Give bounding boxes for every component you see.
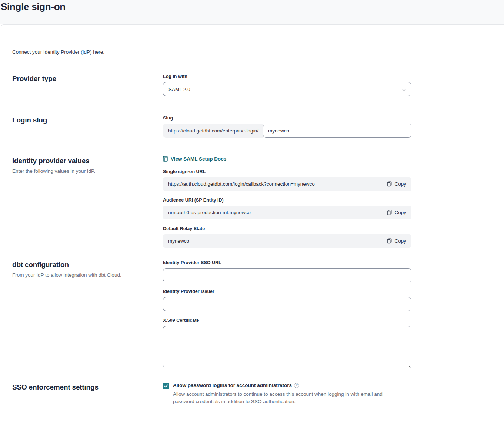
- section-provider-type: Provider type Log in with SAML 2.0: [12, 74, 504, 96]
- section-sso-enforcement: SSO enforcement settings Allow password …: [12, 382, 504, 405]
- relay-state-label: Default Relay State: [163, 226, 411, 231]
- view-saml-docs-label: View SAML Setup Docs: [171, 156, 226, 162]
- idp-issuer-input[interactable]: [163, 297, 411, 311]
- idp-values-subtitle: Enter the following values in your IdP.: [12, 168, 163, 174]
- provider-type-select[interactable]: SAML 2.0: [163, 82, 411, 96]
- checkmark-icon: [164, 384, 168, 388]
- copy-relay-state-button[interactable]: Copy: [387, 238, 406, 244]
- provider-type-selected-value: SAML 2.0: [168, 87, 190, 92]
- dbt-config-subtitle: From your IdP to allow integration with …: [12, 272, 163, 278]
- page-title: Single sign-on: [1, 1, 66, 13]
- copy-sso-url-button[interactable]: Copy: [387, 181, 406, 187]
- help-icon[interactable]: ?: [294, 383, 299, 388]
- view-saml-docs-link[interactable]: View SAML Setup Docs: [163, 156, 411, 162]
- slug-input[interactable]: [263, 124, 411, 138]
- audience-uri-label: Audience URI (SP Entity ID): [163, 198, 411, 203]
- audience-uri-value: urn:auth0:us-production-mt:mynewco: [168, 210, 387, 215]
- section-idp-values: Identity provider values Enter the follo…: [12, 156, 504, 248]
- sso-enforcement-heading: SSO enforcement settings: [12, 383, 163, 391]
- sso-url-label: Single sign-on URL: [163, 169, 411, 174]
- section-login-slug: Login slug Slug https://cloud.getdbt.com…: [12, 115, 504, 138]
- copy-icon: [387, 210, 392, 215]
- intro-text: Connect your Identity Provider (IdP) her…: [12, 49, 504, 55]
- copy-label: Copy: [394, 238, 406, 244]
- allow-password-logins-label: Allow password logins for account admini…: [173, 382, 292, 388]
- page-header-band: Single sign-on: [0, 0, 504, 24]
- copy-icon: [387, 181, 392, 187]
- idp-issuer-label: Identity Provider Issuer: [163, 289, 411, 294]
- copy-label: Copy: [394, 181, 406, 187]
- copy-label: Copy: [394, 210, 406, 215]
- copy-audience-uri-button[interactable]: Copy: [387, 210, 406, 215]
- x509-certificate-label: X.509 Certificate: [163, 318, 411, 323]
- allow-password-logins-description: Allow account administrators to continue…: [173, 391, 403, 405]
- allow-password-logins-checkbox[interactable]: [163, 383, 169, 389]
- document-icon: [163, 156, 168, 162]
- sso-url-value-field: https://auth.cloud.getdbt.com/login/call…: [163, 177, 411, 191]
- idp-sso-url-input[interactable]: [163, 268, 411, 282]
- idp-values-heading: Identity provider values: [12, 157, 163, 165]
- idp-sso-url-label: Identity Provider SSO URL: [163, 260, 411, 265]
- chevron-down-icon: [402, 87, 406, 91]
- login-with-label: Log in with: [163, 74, 411, 79]
- relay-state-value-field: mynewco Copy: [163, 234, 411, 248]
- x509-certificate-textarea[interactable]: [163, 326, 411, 368]
- dbt-config-heading: dbt configuration: [12, 261, 163, 269]
- sso-url-value: https://auth.cloud.getdbt.com/login/call…: [168, 181, 387, 187]
- login-slug-heading: Login slug: [12, 116, 163, 124]
- relay-state-value: mynewco: [168, 238, 387, 244]
- section-dbt-configuration: dbt configuration From your IdP to allow…: [12, 260, 504, 370]
- provider-type-heading: Provider type: [12, 75, 163, 83]
- slug-url-prefix: https://cloud.getdbt.com/enterprise-logi…: [163, 124, 263, 138]
- audience-uri-value-field: urn:auth0:us-production-mt:mynewco Copy: [163, 206, 411, 219]
- copy-icon: [387, 238, 392, 244]
- slug-label: Slug: [163, 115, 411, 121]
- settings-card: Connect your Identity Provider (IdP) her…: [1, 24, 504, 428]
